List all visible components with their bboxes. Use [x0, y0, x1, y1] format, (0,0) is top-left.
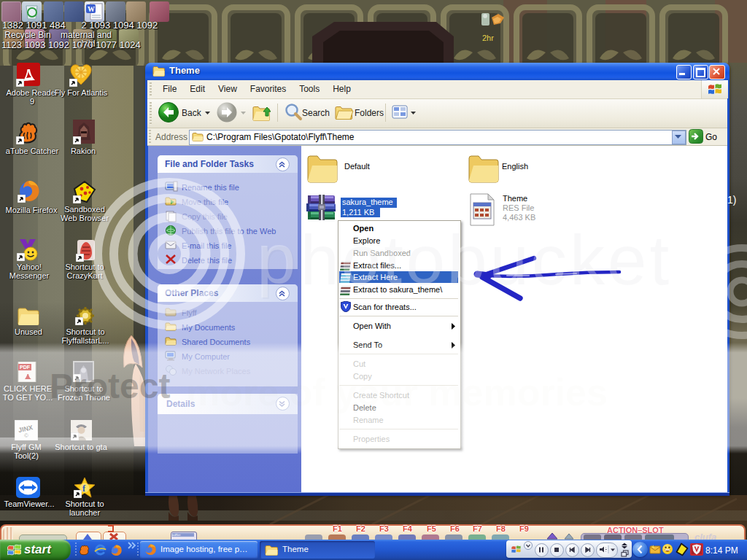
svg-text:W: W	[88, 5, 95, 13]
svg-text:PDF: PDF	[20, 365, 31, 370]
svg-text:2hr: 2hr	[482, 34, 494, 42]
svg-text:©: ©	[24, 432, 28, 439]
